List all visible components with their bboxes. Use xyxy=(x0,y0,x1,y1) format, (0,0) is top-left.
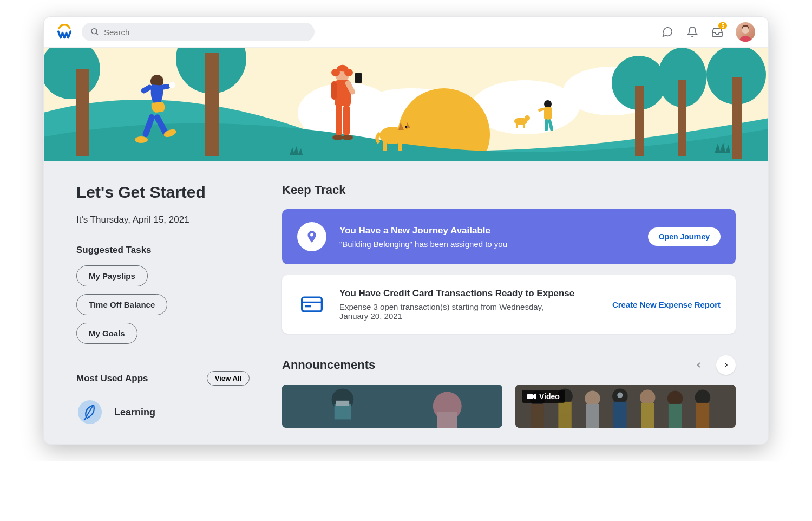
app-label: Learning xyxy=(114,407,155,418)
video-tag: Video xyxy=(522,390,565,403)
right-column: Keep Track You Have a New Journey Availa… xyxy=(282,183,736,428)
journey-card-title: You Have a New Journey Available xyxy=(339,225,635,236)
create-expense-report-link[interactable]: Create New Expense Report xyxy=(612,300,721,309)
top-icons: 5 xyxy=(661,22,755,42)
svg-rect-12 xyxy=(205,53,219,156)
announcements-prev-button[interactable] xyxy=(689,355,709,375)
view-all-button[interactable]: View All xyxy=(207,371,250,386)
svg-rect-53 xyxy=(302,297,322,311)
svg-rect-34 xyxy=(336,105,342,135)
svg-point-28 xyxy=(331,69,340,76)
svg-rect-14 xyxy=(635,86,644,156)
svg-rect-62 xyxy=(282,385,502,428)
announcements-row: Video xyxy=(282,385,736,428)
chevron-left-icon xyxy=(695,361,703,369)
expense-card-desc: Expense 3 open transaction(s) starting f… xyxy=(339,302,572,321)
svg-rect-41 xyxy=(383,141,387,151)
page-heading: Let's Get Started xyxy=(76,183,250,201)
svg-rect-10 xyxy=(76,69,89,156)
svg-rect-33 xyxy=(355,73,362,83)
svg-point-37 xyxy=(342,135,353,140)
chevron-right-icon xyxy=(722,361,730,369)
svg-point-25 xyxy=(135,136,148,143)
leaf-icon xyxy=(76,399,103,426)
svg-rect-31 xyxy=(331,81,337,100)
svg-rect-44 xyxy=(544,107,552,120)
svg-line-1 xyxy=(96,33,99,35)
journey-card-desc: "Building Belonging" has been assigned t… xyxy=(339,239,635,249)
announcement-card-1[interactable] xyxy=(282,385,502,428)
open-journey-button[interactable]: Open Journey xyxy=(648,227,721,246)
hero-banner xyxy=(44,48,768,161)
svg-rect-42 xyxy=(398,141,402,151)
task-my-goals[interactable]: My Goals xyxy=(76,323,137,344)
expense-card-title: You Have Credit Card Transactions Ready … xyxy=(339,288,599,299)
journey-card: You Have a New Journey Available "Buildi… xyxy=(282,209,736,264)
announcements-heading: Announcements xyxy=(282,358,375,372)
suggested-tasks-heading: Suggested Tasks xyxy=(76,245,250,256)
svg-rect-51 xyxy=(523,123,525,128)
inbox-badge: 5 xyxy=(718,22,727,29)
announcement-card-2[interactable]: Video xyxy=(515,385,736,428)
svg-rect-18 xyxy=(732,77,742,159)
task-my-payslips[interactable]: My Payslips xyxy=(76,265,148,286)
inbox-icon[interactable]: 5 xyxy=(711,25,724,38)
map-pin-icon xyxy=(297,222,326,251)
video-icon xyxy=(527,393,536,400)
search-box[interactable] xyxy=(82,23,315,41)
content: Let's Get Started It's Thursday, April 1… xyxy=(44,161,768,444)
app-window: 5 xyxy=(43,16,769,445)
suggested-tasks-list: My Payslips Time Off Balance My Goals xyxy=(76,265,250,344)
announcements-nav xyxy=(689,355,736,375)
date-text: It's Thursday, April 15, 2021 xyxy=(76,214,250,225)
app-learning[interactable]: Learning xyxy=(76,399,250,426)
svg-point-36 xyxy=(332,135,343,140)
keep-track-heading: Keep Track xyxy=(282,183,736,197)
svg-point-22 xyxy=(169,82,175,88)
svg-rect-50 xyxy=(516,123,518,128)
svg-point-29 xyxy=(344,69,353,76)
left-column: Let's Get Started It's Thursday, April 1… xyxy=(76,183,250,428)
svg-rect-35 xyxy=(343,105,350,135)
svg-point-52 xyxy=(78,400,102,424)
svg-point-49 xyxy=(525,115,530,121)
most-used-apps-heading: Most Used Apps xyxy=(76,373,148,384)
credit-card-icon xyxy=(297,292,326,316)
workday-logo[interactable] xyxy=(57,24,72,40)
svg-point-0 xyxy=(91,29,97,34)
profile-avatar[interactable] xyxy=(736,22,755,42)
svg-rect-46 xyxy=(545,119,548,131)
expense-card: You Have Credit Card Transactions Ready … xyxy=(282,275,736,334)
svg-marker-81 xyxy=(533,394,536,400)
notifications-icon[interactable] xyxy=(686,25,699,38)
svg-point-40 xyxy=(405,126,407,128)
svg-rect-16 xyxy=(678,80,686,156)
video-tag-label: Video xyxy=(539,392,560,401)
chat-icon[interactable] xyxy=(661,25,674,38)
topbar: 5 xyxy=(44,17,768,48)
svg-point-43 xyxy=(544,100,552,108)
svg-rect-80 xyxy=(527,394,533,399)
search-input[interactable] xyxy=(104,28,306,37)
task-time-off-balance[interactable]: Time Off Balance xyxy=(76,294,167,315)
search-icon xyxy=(90,27,100,37)
announcements-next-button[interactable] xyxy=(716,355,736,375)
